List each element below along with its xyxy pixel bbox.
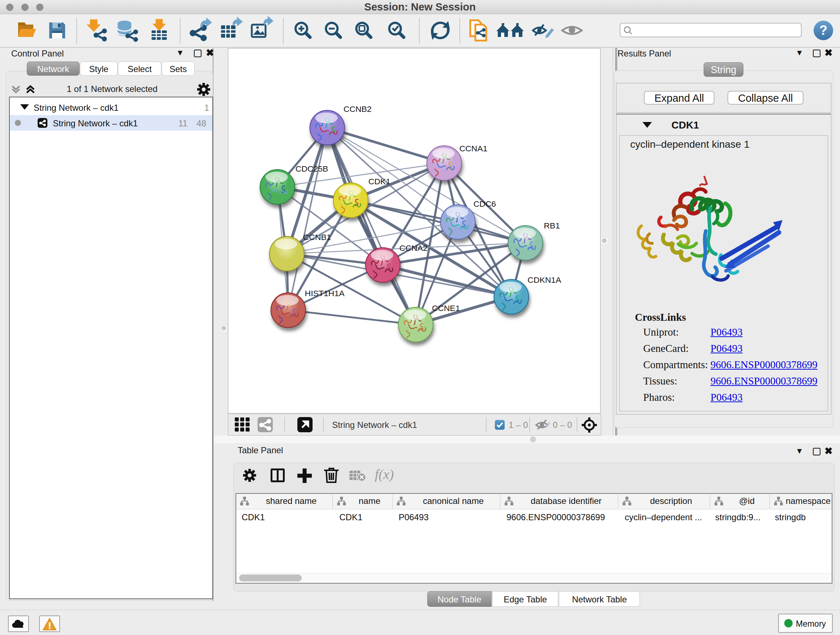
svg-text:CCNA1: CCNA1 bbox=[459, 144, 488, 153]
svg-text:RB1: RB1 bbox=[544, 221, 560, 230]
svg-text:CCNA2: CCNA2 bbox=[399, 243, 428, 253]
svg-text:HIST1H1A: HIST1H1A bbox=[305, 288, 345, 298]
svg-text:CDK1: CDK1 bbox=[368, 177, 390, 186]
svg-text:CDKN1A: CDKN1A bbox=[527, 275, 561, 285]
svg-text:CDC6: CDC6 bbox=[474, 199, 496, 209]
svg-text:CDC25B: CDC25B bbox=[295, 164, 328, 173]
svg-text:CCNB2: CCNB2 bbox=[343, 104, 371, 114]
svg-text:CCNE1: CCNE1 bbox=[432, 303, 460, 313]
svg-text:CCNB1: CCNB1 bbox=[303, 233, 332, 242]
